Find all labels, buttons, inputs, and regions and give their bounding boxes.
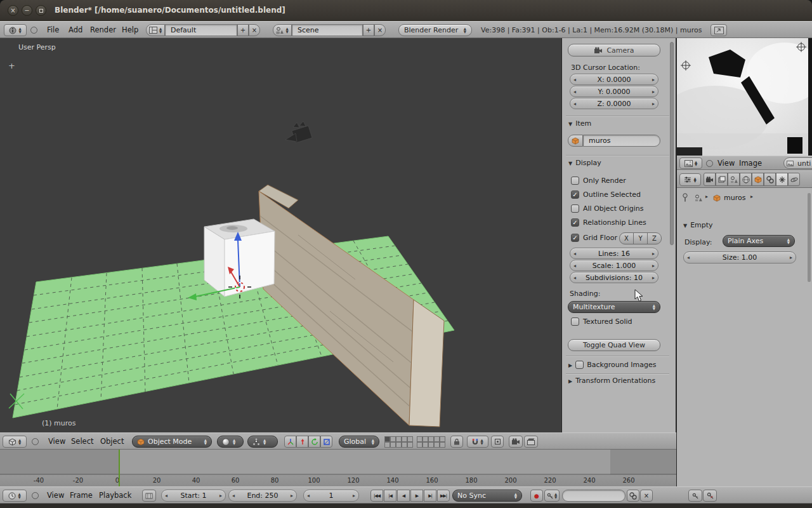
relationship-lines-checkbox[interactable]: Relationship Lines [571, 218, 646, 227]
scene-browse-button[interactable] [273, 24, 292, 36]
jump-next-keyframe-button[interactable]: ▶| [424, 490, 436, 502]
manipulator-toggle-button[interactable] [284, 436, 296, 448]
menu-collapse-toggle[interactable] [706, 160, 713, 167]
menu-view[interactable]: View [47, 487, 64, 504]
menu-image[interactable]: Image [739, 156, 762, 171]
grid-axis-y-toggle[interactable]: Y [633, 232, 648, 244]
menu-add[interactable]: Add [69, 22, 82, 39]
editor-type-selector-image[interactable] [679, 157, 702, 169]
tab-render[interactable] [704, 173, 716, 186]
layers-widget-right[interactable] [417, 436, 445, 448]
cursor-z-field[interactable]: Z: 0.0000 [570, 98, 658, 109]
menu-help[interactable]: Help [122, 22, 138, 39]
scene-datablock-icon[interactable] [695, 194, 702, 202]
screen-layout-browse-button[interactable] [146, 24, 165, 36]
uv-image-editor[interactable] [677, 38, 812, 156]
grid-axis-z-toggle[interactable]: Z [647, 232, 662, 244]
grid-subdivisions-field[interactable]: Subdivisions: 10 [570, 272, 658, 283]
screen-layout-name-field[interactable]: Default [165, 24, 237, 36]
properties-scrollbar[interactable] [808, 193, 811, 282]
editor-type-selector-info[interactable] [4, 24, 27, 36]
checkbox-icon[interactable] [575, 361, 584, 369]
background-images-panel-header[interactable]: Background Images [568, 361, 656, 369]
delete-keyframe-button[interactable]: × [640, 490, 653, 502]
n-panel-scrollbar[interactable] [670, 42, 674, 245]
keyframe-delete-menu-button[interactable] [703, 490, 717, 502]
menu-view[interactable]: View [48, 433, 65, 450]
frame-end-field[interactable]: End: 250 [228, 490, 297, 502]
menu-view[interactable]: View [717, 156, 735, 171]
textured-solid-checkbox[interactable]: Textured Solid [571, 318, 632, 326]
transform-orientation-select[interactable]: Global [339, 436, 379, 448]
display-panel-header[interactable]: Display [568, 159, 601, 167]
jump-to-start-button[interactable]: |◀◀ [370, 490, 383, 502]
layers-widget-left[interactable] [384, 436, 413, 448]
only-render-checkbox[interactable]: Only Render [571, 177, 626, 185]
object-datablock-icon-button[interactable] [568, 135, 583, 147]
window-close-button[interactable]: × [8, 5, 18, 16]
tab-object[interactable] [752, 173, 764, 186]
outline-selected-checkbox[interactable]: Outline Selected [571, 190, 641, 199]
grid-scale-field[interactable]: Scale: 1.000 [570, 260, 658, 271]
scene-name-field[interactable]: Scene [292, 24, 363, 36]
snap-toggle-button[interactable] [467, 436, 488, 448]
add-screen-layout-button[interactable]: + [237, 24, 249, 36]
render-engine-select[interactable]: Blender Render [398, 24, 472, 36]
toggle-quad-view-button[interactable]: Toggle Quad View [568, 339, 660, 351]
opengl-render-anim-button[interactable] [524, 436, 538, 448]
frame-start-field[interactable]: Start: 1 [161, 490, 226, 502]
window-maximize-button[interactable] [36, 5, 46, 16]
object-name-field[interactable]: muros [583, 135, 660, 147]
current-frame-line[interactable] [119, 450, 120, 486]
translate-manipulator-button[interactable] [296, 436, 308, 448]
tab-scene[interactable] [728, 173, 740, 186]
menu-file[interactable]: File [47, 22, 59, 39]
wall-object[interactable] [259, 185, 444, 427]
breadcrumb-object-name[interactable]: muros [724, 194, 745, 202]
timeline-ruler[interactable]: -40 -20 0 20 40 60 80 100 120 140 160 18… [0, 474, 676, 486]
all-object-origins-checkbox[interactable]: All Object Origins [571, 204, 643, 213]
jump-to-end-button[interactable]: ▶▶| [437, 490, 450, 502]
lock-to-scene-button[interactable] [450, 436, 463, 448]
delete-scene-button[interactable]: × [374, 24, 386, 36]
window-titlebar[interactable]: × − Blender* [/home/suanero/Documentos/u… [0, 0, 812, 21]
viewport-shading-select[interactable] [217, 436, 244, 448]
shading-mode-select[interactable]: Multitexture [568, 301, 660, 313]
menu-collapse-toggle[interactable] [32, 492, 39, 499]
empty-panel-header[interactable]: Empty [683, 221, 713, 229]
scale-manipulator-button[interactable] [320, 436, 332, 448]
interaction-mode-select[interactable]: Object Mode [132, 436, 212, 448]
tab-render-layers[interactable] [716, 173, 728, 186]
empty-size-field[interactable]: Size: 1.00 [683, 251, 796, 264]
tab-world[interactable] [740, 173, 752, 186]
menu-collapse-toggle[interactable] [32, 438, 39, 445]
keying-set-field[interactable] [562, 490, 625, 502]
menu-render[interactable]: Render [90, 22, 116, 39]
tab-physics[interactable] [788, 173, 800, 186]
menu-playback[interactable]: Playback [99, 487, 131, 504]
cursor-x-field[interactable]: X: 0.0000 [570, 74, 658, 85]
auto-key-mode-select[interactable] [544, 490, 560, 502]
camera-object-button[interactable]: Camera [568, 44, 660, 57]
empty-display-type-select[interactable]: Plain Axes [723, 235, 795, 247]
cursor-y-field[interactable]: Y: 0.0000 [570, 86, 658, 97]
play-reverse-button[interactable]: ◀ [397, 490, 410, 502]
object-cube-icon[interactable] [713, 194, 721, 202]
pivot-point-select[interactable] [247, 436, 278, 448]
menu-object[interactable]: Object [100, 433, 124, 450]
transform-orientations-panel-header[interactable]: Transform Orientations [568, 377, 655, 385]
tab-object-data-active[interactable] [776, 173, 788, 186]
editor-type-selector-timeline[interactable] [3, 490, 27, 502]
opengl-render-button[interactable] [509, 436, 523, 448]
item-panel-header[interactable]: Item [568, 119, 591, 128]
menu-collapse-toggle[interactable] [30, 27, 37, 34]
av-sync-select[interactable]: No Sync [452, 490, 522, 502]
editor-type-selector-properties[interactable] [679, 173, 701, 186]
jump-prev-keyframe-button[interactable]: |◀ [384, 490, 396, 502]
grid-axis-x-toggle[interactable]: X [619, 232, 634, 244]
add-scene-button[interactable]: + [363, 24, 374, 36]
editor-type-selector-3dview[interactable] [3, 436, 27, 448]
play-button[interactable]: ▶ [410, 490, 423, 502]
image-datablock-selector[interactable]: unti [783, 157, 812, 169]
delete-screen-layout-button[interactable]: × [249, 24, 260, 36]
